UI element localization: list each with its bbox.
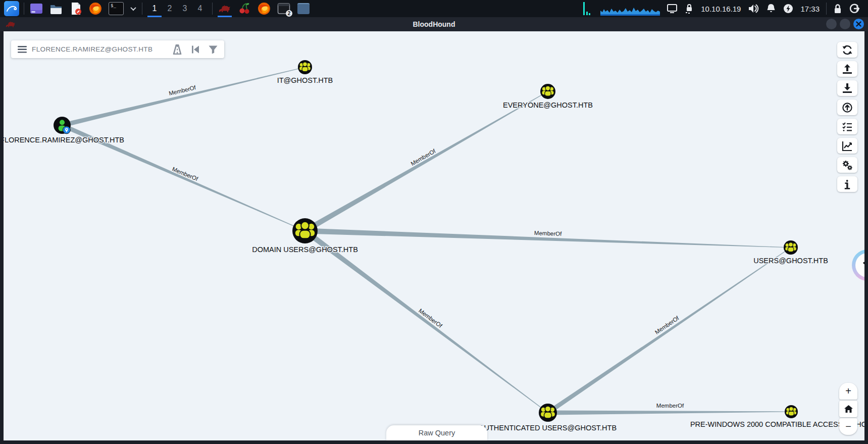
kali-menu-button[interactable] [4, 1, 19, 16]
upload-button[interactable] [837, 61, 857, 77]
graph-canvas-area: MemberOfMemberOfMemberOfMemberOfMemberOf… [4, 31, 864, 440]
vpn-lock-icon[interactable] [684, 3, 694, 14]
workspace-switcher: 1234 [147, 0, 208, 17]
power-manager-icon[interactable] [783, 3, 794, 14]
node-label-users: USERS@GHOST.HTB [753, 257, 828, 265]
back-icon[interactable] [191, 45, 200, 54]
arrow-circle-up-icon [842, 102, 853, 113]
node-label-prewin: PRE-WINDOWS 2000 COMPATIBLE ACCESS@GHOST… [690, 420, 864, 428]
download-button[interactable] [837, 80, 857, 96]
pathfinding-route-icon[interactable] [172, 44, 182, 55]
search-bar [11, 40, 224, 58]
vpn-ip-address: 10.10.16.19 [701, 5, 741, 13]
download-icon [842, 83, 853, 94]
refresh-button[interactable] [837, 42, 857, 58]
menu-hamburger-icon[interactable] [18, 46, 27, 53]
edge-domain_users-everyone[interactable] [303, 91, 548, 233]
location-badge-icon [63, 126, 70, 134]
text-editor-icon[interactable] [68, 0, 83, 17]
graph-node-everyone[interactable] [540, 84, 555, 99]
kali-dragon-icon [6, 3, 18, 15]
home-icon [844, 405, 853, 413]
import-button[interactable] [837, 100, 857, 115]
app-window-icon [297, 3, 310, 14]
graph-node-users[interactable] [784, 240, 798, 255]
taskbar-bloodhound-app[interactable] [217, 0, 232, 17]
system-taskbar: $_ 1234 2 [0, 0, 868, 17]
filter-funnel-icon[interactable] [209, 45, 218, 54]
tasks-button[interactable] [837, 119, 857, 134]
side-toolbar [837, 42, 857, 192]
edge-florence-it[interactable] [62, 67, 305, 128]
cherry-icon [238, 2, 251, 15]
node-label-auth_users: AUTHENTICATED USERS@GHOST.HTB [479, 424, 617, 432]
graph-node-florence[interactable] [54, 117, 71, 134]
chevron-down-icon [130, 5, 136, 11]
system-tray: 10.10.16.19 17:33 [583, 2, 864, 16]
taskbar-firefox-app[interactable] [257, 0, 272, 17]
zoom-controls: + − [839, 383, 857, 435]
close-button[interactable] [853, 19, 864, 29]
raw-query-label: Raw Query [419, 429, 455, 437]
node-label-it: IT@GHOST.HTB [277, 76, 333, 84]
edge-auth_users-prewin[interactable] [548, 411, 791, 415]
taskbar-terminal-app[interactable]: 2 [276, 0, 291, 17]
taskbar-separator [826, 3, 827, 15]
upload-icon [842, 64, 853, 75]
raw-query-button[interactable]: Raw Query [386, 425, 487, 440]
taskbar-separator [212, 3, 213, 15]
firefox-icon [89, 2, 102, 15]
maximize-button[interactable] [840, 19, 850, 29]
taskbar-cherrytree-app[interactable] [237, 0, 252, 17]
chart-button[interactable] [837, 138, 857, 154]
node-label-everyone: EVERYONE@GHOST.HTB [503, 101, 593, 109]
info-icon [842, 179, 853, 190]
graph-node-domain_users[interactable] [292, 218, 318, 243]
file-manager-icon[interactable] [48, 0, 64, 17]
launcher-dropdown[interactable] [129, 0, 137, 17]
desktop-window-icon [30, 2, 43, 15]
document-icon [69, 2, 82, 15]
info-button[interactable] [837, 176, 857, 192]
zoom-reset-button[interactable] [839, 401, 857, 417]
workspace-4[interactable]: 4 [192, 0, 208, 17]
edge-auth_users-users[interactable] [546, 248, 791, 415]
logout-icon[interactable] [849, 3, 860, 14]
taskbar-separator [142, 3, 142, 15]
display-icon[interactable] [667, 4, 678, 14]
graph-node-auth_users[interactable] [539, 404, 557, 422]
clock[interactable]: 17:33 [800, 5, 820, 13]
gears-icon [842, 160, 853, 171]
node-label-domain_users: DOMAIN USERS@GHOST.HTB [252, 245, 358, 254]
checklist-icon [842, 121, 853, 132]
screen-lock-icon[interactable] [833, 4, 842, 14]
firefox-icon [258, 2, 271, 15]
minimize-button[interactable] [826, 19, 837, 29]
window-titlebar[interactable]: BloodHound [0, 17, 868, 31]
network-usage-graph [600, 2, 660, 16]
edge-label: MemberOf [656, 403, 684, 409]
taskbar-separator [24, 3, 24, 15]
close-icon [856, 21, 861, 27]
notification-bell-icon[interactable] [766, 3, 776, 14]
firefox-launcher[interactable] [88, 0, 103, 17]
graph-node-it[interactable] [298, 60, 312, 74]
zoom-in-button[interactable]: + [839, 383, 857, 400]
workspace-2[interactable]: 2 [162, 0, 177, 17]
zoom-out-button[interactable]: − [839, 418, 857, 435]
workspace-3[interactable]: 3 [177, 0, 192, 17]
window-count-badge: 2 [286, 10, 292, 17]
volume-icon[interactable] [747, 3, 759, 14]
refresh-icon [842, 44, 853, 56]
edge-domain_users-auth_users[interactable] [303, 229, 548, 413]
bloodhound-dragon-icon [218, 3, 231, 14]
terminal-launcher[interactable]: $_ [108, 0, 125, 17]
graph-node-prewin[interactable] [785, 405, 798, 418]
window-manager-icon[interactable] [29, 0, 44, 17]
settings-button[interactable] [837, 157, 857, 173]
node-label-florence: FLORENCE.RAMIREZ@GHOST.HTB [4, 136, 124, 144]
search-input[interactable] [32, 45, 167, 53]
taskbar-app-window[interactable] [296, 0, 311, 17]
workspace-1[interactable]: 1 [147, 0, 162, 17]
graph-svg[interactable]: MemberOfMemberOfMemberOfMemberOfMemberOf… [4, 31, 864, 440]
